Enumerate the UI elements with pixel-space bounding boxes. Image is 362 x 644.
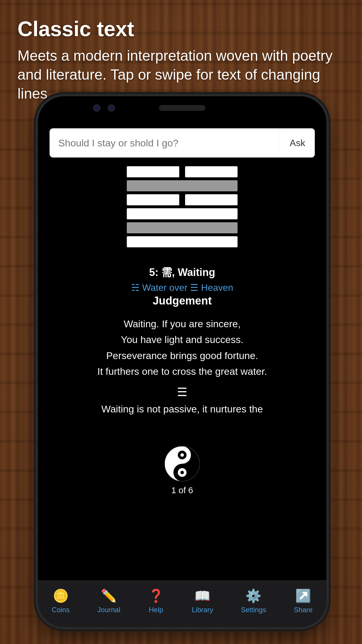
help-icon: ❓	[148, 588, 164, 603]
hex-line-6	[127, 166, 238, 177]
phone-frame: Ask	[38, 96, 326, 627]
page-indicator: 1 of 6	[38, 485, 326, 495]
journal-label: Journal	[97, 606, 120, 614]
water-label: Water	[142, 282, 167, 293]
nav-item-library[interactable]: 📖 Library	[192, 588, 213, 614]
help-label: Help	[149, 606, 163, 614]
judgement-section: Judgement Waiting. If you are sincere, Y…	[38, 295, 326, 415]
water-trigram-icon: ☵	[131, 282, 142, 293]
svg-point-4	[180, 471, 184, 474]
journal-icon: ✏️	[101, 588, 117, 603]
judgement-line3: Perseverance brings good fortune.	[50, 348, 315, 363]
hex-line-1	[127, 236, 238, 247]
bottom-navigation: 🪙 Coins ✏️ Journal ❓ Help 📖 Library ⚙️ S…	[38, 580, 326, 627]
hexagram-lines	[127, 166, 238, 250]
hexagram-trigrams: ☵ Water over ☰ Heaven	[38, 282, 326, 293]
main-subtitle: Meets a modern interpretation woven with…	[17, 46, 345, 103]
hexagram-label: 5: 需, Waiting ☵ Water over ☰ Heaven	[38, 265, 326, 293]
share-label: Share	[294, 606, 312, 614]
hexagram-name: 5: 需, Waiting	[38, 265, 326, 280]
ask-button[interactable]: Ask	[280, 128, 315, 158]
library-icon: 📖	[194, 588, 210, 603]
phone-notch	[38, 96, 326, 120]
hex-line-4	[127, 194, 238, 205]
nav-item-share[interactable]: ↗️ Share	[294, 588, 312, 614]
coins-icon: 🪙	[53, 588, 69, 603]
trigram-symbol-middle: ☰	[50, 385, 315, 399]
judgement-title: Judgement	[50, 295, 315, 307]
judgement-text: Waiting. If you are sincere, You have li…	[50, 316, 315, 379]
judgement-line4: It furthers one to cross the great water…	[50, 363, 315, 379]
search-input[interactable]	[50, 137, 280, 149]
judgement-line1: Waiting. If you are sincere,	[50, 316, 315, 332]
search-bar[interactable]: Ask	[50, 128, 315, 158]
nav-item-help[interactable]: ❓ Help	[148, 588, 164, 614]
settings-icon: ⚙️	[245, 588, 261, 603]
hex-line-2	[127, 222, 238, 233]
share-icon: ↗️	[295, 588, 311, 603]
svg-point-3	[180, 453, 184, 457]
camera-right	[108, 104, 115, 111]
hex-line-broken-4	[127, 194, 238, 205]
nav-item-journal[interactable]: ✏️ Journal	[97, 588, 120, 614]
main-title: Classic text	[17, 18, 345, 41]
hex-line-broken-6	[127, 166, 238, 177]
nav-item-coins[interactable]: 🪙 Coins	[52, 588, 70, 614]
top-text-section: Classic text Meets a modern interpretati…	[17, 18, 345, 103]
coins-label: Coins	[52, 606, 70, 614]
hex-line-3	[127, 208, 238, 219]
judgement-line2: You have light and success.	[50, 332, 315, 347]
yin-yang-icon	[165, 446, 200, 481]
over-label: over	[169, 282, 190, 293]
waiting-continuation: Waiting is not passive, it nurtures the	[50, 403, 315, 415]
phone-screen: Ask	[38, 120, 326, 627]
yin-yang-section: 1 of 6	[38, 446, 326, 495]
heaven-trigram-icon: ☰	[190, 282, 201, 293]
hex-line-5	[127, 180, 238, 191]
library-label: Library	[192, 606, 213, 614]
camera-left	[93, 104, 100, 111]
speaker	[159, 105, 205, 111]
nav-item-settings[interactable]: ⚙️ Settings	[241, 588, 266, 614]
settings-label: Settings	[241, 606, 266, 614]
heaven-label: Heaven	[201, 282, 233, 293]
